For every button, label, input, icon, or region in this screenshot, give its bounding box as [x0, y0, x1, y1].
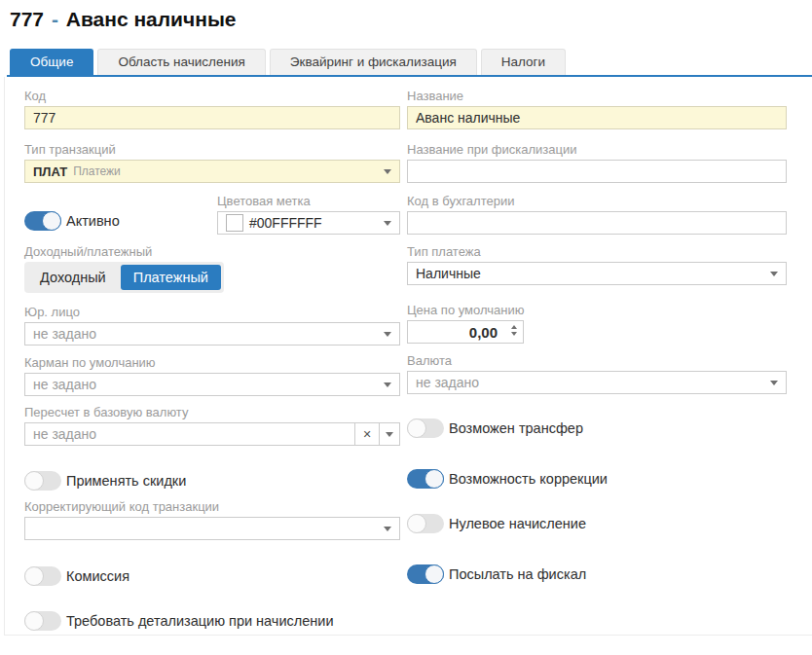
page-title: 777 - Аванс наличные — [10, 7, 812, 32]
field-code: Код — [24, 90, 400, 129]
field-default-price: Цена по умолчанию — [407, 304, 787, 344]
correction-code-select[interactable] — [24, 517, 400, 540]
correction-label: Возможность коррекции — [449, 471, 608, 487]
send-fiscal-toggle[interactable] — [407, 564, 444, 584]
correction-toggle[interactable] — [407, 469, 444, 489]
currency-select[interactable]: не задано — [407, 371, 787, 394]
commission-toggle[interactable] — [24, 566, 61, 586]
direction-option-income[interactable]: Доходный — [27, 265, 119, 290]
field-base-currency-recalc: Пересчет в базовую валюту не задано ✕ — [24, 406, 400, 446]
transaction-type-name: Платежи — [73, 164, 121, 178]
toggle-knob — [407, 418, 426, 438]
transaction-type-select[interactable]: ПЛАТ Платежи — [24, 160, 400, 183]
transaction-type-label: Тип транзакций — [24, 143, 400, 156]
spin-down-icon[interactable] — [511, 332, 517, 336]
field-correction-code: Корректирующий код транзакции — [24, 500, 400, 540]
color-mark-value: #00FFFFFF — [249, 215, 322, 231]
field-default-pocket: Карман по умолчанию не задано — [24, 356, 400, 396]
zero-accrual-label: Нулевое начисление — [449, 516, 586, 531]
spin-up-icon[interactable] — [511, 325, 517, 329]
chevron-down-icon — [770, 381, 778, 385]
color-mark-select[interactable]: #00FFFFFF — [217, 211, 400, 235]
transfer-toggle-row: Возможен трансфер — [407, 418, 787, 438]
accounting-code-label: Код в бухгалтерии — [407, 195, 787, 207]
field-transaction-type: Тип транзакций ПЛАТ Платежи — [24, 143, 400, 183]
currency-value: не задано — [416, 375, 479, 390]
field-color-mark: Цветовая метка #00FFFFFF — [217, 195, 400, 235]
title-code: 777 — [10, 8, 44, 30]
active-toggle-label: Активно — [66, 213, 120, 229]
title-separator: - — [50, 8, 60, 30]
payment-type-label: Тип платежа — [407, 245, 787, 258]
currency-label: Валюта — [407, 354, 787, 367]
name-input[interactable] — [407, 106, 787, 129]
payment-type-value: Наличные — [416, 266, 481, 281]
chevron-down-icon — [384, 382, 391, 387]
zero-accrual-toggle[interactable] — [407, 514, 444, 533]
tab-taxes[interactable]: Налоги — [481, 49, 566, 75]
chevron-down-icon — [384, 221, 391, 226]
field-payment-type: Тип платежа Наличные — [407, 245, 787, 285]
payment-type-select[interactable]: Наличные — [407, 262, 787, 285]
tab-bar: Общие Область начисления Эквайринг и фис… — [7, 49, 812, 77]
default-pocket-label: Карман по умолчанию — [24, 356, 400, 369]
name-label: Название — [407, 90, 787, 102]
code-input[interactable] — [24, 106, 400, 129]
legal-entity-value: не задано — [33, 326, 96, 342]
title-name: Аванс наличные — [66, 8, 237, 30]
toggle-knob — [424, 564, 444, 584]
apply-discounts-label: Применять скидки — [66, 473, 186, 489]
apply-discounts-toggle[interactable] — [24, 471, 61, 491]
zero-accrual-toggle-row: Нулевое начисление — [407, 514, 787, 533]
default-pocket-value: не задано — [33, 377, 96, 392]
active-toggle-row: Активно — [24, 211, 217, 231]
tab-general[interactable]: Общие — [10, 49, 93, 75]
chevron-down-icon — [384, 332, 391, 337]
fiscal-name-label: Название при фискализации — [407, 143, 787, 156]
color-mark-label: Цветовая метка — [217, 195, 400, 207]
toggle-knob — [42, 211, 61, 231]
direction-label: Доходный/платежный — [24, 245, 400, 258]
commission-label: Комиссия — [66, 568, 129, 584]
field-direction: Доходный/платежный Доходный Платежный — [24, 245, 400, 293]
base-currency-recalc-select[interactable]: не задано ✕ — [24, 422, 400, 446]
transfer-label: Возможен трансфер — [449, 420, 583, 436]
color-swatch — [226, 214, 243, 232]
direction-segmented-control: Доходный Платежный — [24, 262, 224, 293]
row-active-colormark: Активно Цветовая метка #00FFFFFF — [24, 195, 400, 235]
tab-acquiring-fiscalization[interactable]: Эквайринг и фискализация — [270, 49, 477, 75]
chevron-down-icon — [384, 169, 391, 174]
code-label: Код — [24, 90, 400, 102]
correction-code-label: Корректирующий код транзакции — [24, 500, 400, 513]
fiscal-name-input[interactable] — [407, 160, 787, 183]
send-fiscal-label: Посылать на фискал — [449, 566, 586, 582]
require-detail-toggle[interactable] — [24, 611, 61, 631]
clear-icon[interactable]: ✕ — [354, 423, 379, 445]
active-toggle[interactable] — [24, 211, 61, 231]
base-currency-recalc-value: не задано — [33, 426, 354, 442]
toggle-knob — [24, 471, 44, 491]
toggle-knob — [407, 514, 426, 533]
tab-accrual-area[interactable]: Область начисления — [97, 49, 265, 75]
default-price-input[interactable] — [407, 320, 524, 344]
field-name: Название — [407, 90, 787, 129]
tab-panel-general: Код Тип транзакций ПЛАТ Платежи Активно — [4, 77, 812, 636]
toggle-knob — [24, 566, 44, 586]
chevron-down-icon — [386, 432, 393, 437]
transfer-toggle[interactable] — [407, 418, 444, 438]
toggle-knob — [424, 469, 444, 489]
default-pocket-select[interactable]: не задано — [24, 373, 400, 396]
chevron-down-icon — [384, 527, 391, 531]
accounting-code-input[interactable] — [407, 211, 787, 235]
legal-entity-select[interactable]: не задано — [24, 322, 400, 346]
field-currency: Валюта не задано — [407, 354, 787, 394]
correction-toggle-row: Возможность коррекции — [407, 469, 787, 489]
legal-entity-label: Юр. лицо — [24, 306, 400, 318]
send-fiscal-toggle-row: Посылать на фискал — [407, 564, 787, 584]
require-detail-toggle-row: Требовать детализацию при начислении — [24, 611, 400, 631]
direction-option-payment[interactable]: Платежный — [121, 265, 221, 290]
default-price-label: Цена по умолчанию — [407, 304, 787, 316]
field-legal-entity: Юр. лицо не задано — [24, 306, 400, 346]
base-currency-recalc-label: Пересчет в базовую валюту — [24, 406, 400, 418]
field-accounting-code: Код в бухгалтерии — [407, 195, 787, 235]
